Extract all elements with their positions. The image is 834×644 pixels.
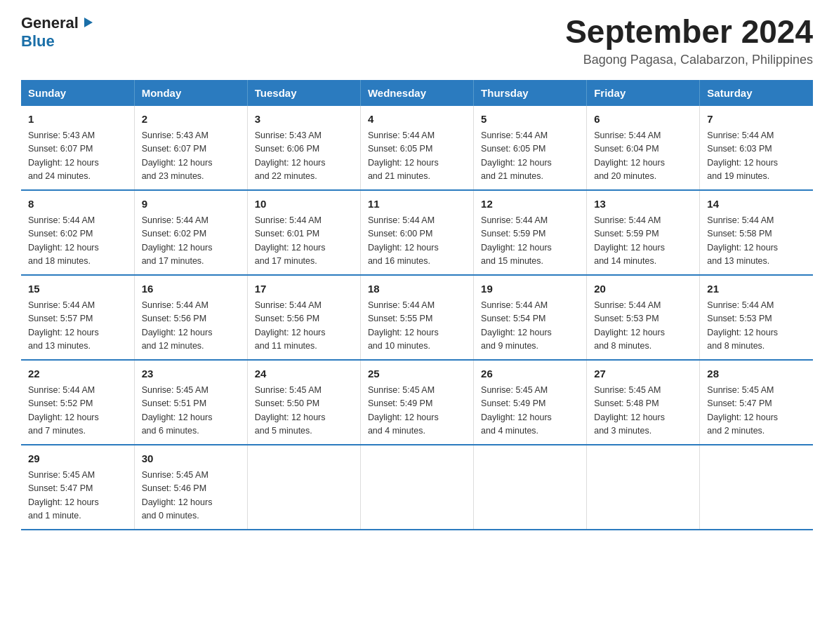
day-number: 28 [707, 366, 806, 382]
calendar-cell: 24 Sunrise: 5:45 AM Sunset: 5:50 PM Dayl… [247, 360, 360, 445]
calendar-week-5: 29 Sunrise: 5:45 AM Sunset: 5:47 PM Dayl… [21, 445, 813, 530]
calendar-cell: 29 Sunrise: 5:45 AM Sunset: 5:47 PM Dayl… [21, 445, 134, 530]
location: Bagong Pagasa, Calabarzon, Philippines [565, 53, 813, 67]
calendar-cell: 11 Sunrise: 5:44 AM Sunset: 6:00 PM Dayl… [360, 190, 473, 275]
title-section: September 2024 Bagong Pagasa, Calabarzon… [565, 14, 813, 67]
calendar-cell: 7 Sunrise: 5:44 AM Sunset: 6:03 PM Dayli… [700, 106, 813, 190]
day-info: Sunrise: 5:45 AM Sunset: 5:46 PM Dayligh… [142, 469, 240, 523]
day-number: 4 [368, 112, 466, 128]
day-info: Sunrise: 5:44 AM Sunset: 5:59 PM Dayligh… [481, 214, 579, 269]
calendar-week-3: 15 Sunrise: 5:44 AM Sunset: 5:57 PM Dayl… [21, 275, 813, 360]
header-friday: Friday [587, 80, 700, 106]
calendar-body: 1 Sunrise: 5:43 AM Sunset: 6:07 PM Dayli… [21, 106, 813, 530]
day-number: 3 [255, 112, 353, 128]
day-info: Sunrise: 5:45 AM Sunset: 5:49 PM Dayligh… [481, 384, 579, 438]
calendar-cell: 6 Sunrise: 5:44 AM Sunset: 6:04 PM Dayli… [587, 106, 700, 190]
calendar-cell: 9 Sunrise: 5:44 AM Sunset: 6:02 PM Dayli… [134, 190, 247, 275]
day-number: 8 [28, 196, 127, 213]
logo: General Blue [21, 14, 94, 51]
calendar-week-2: 8 Sunrise: 5:44 AM Sunset: 6:02 PM Dayli… [21, 190, 813, 275]
calendar-cell: 10 Sunrise: 5:44 AM Sunset: 6:01 PM Dayl… [247, 190, 360, 275]
day-number: 13 [594, 196, 692, 213]
day-number: 15 [28, 281, 127, 297]
day-number: 20 [594, 281, 692, 297]
day-number: 18 [368, 281, 466, 297]
day-info: Sunrise: 5:43 AM Sunset: 6:07 PM Dayligh… [142, 129, 240, 184]
day-info: Sunrise: 5:44 AM Sunset: 6:02 PM Dayligh… [28, 214, 127, 269]
day-info: Sunrise: 5:44 AM Sunset: 6:04 PM Dayligh… [594, 129, 692, 184]
day-info: Sunrise: 5:43 AM Sunset: 6:06 PM Dayligh… [255, 129, 353, 184]
day-number: 25 [368, 366, 466, 382]
day-number: 24 [255, 366, 353, 382]
header-thursday: Thursday [474, 80, 587, 106]
calendar-header: Sunday Monday Tuesday Wednesday Thursday… [21, 80, 813, 106]
day-info: Sunrise: 5:45 AM Sunset: 5:49 PM Dayligh… [368, 384, 466, 438]
day-info: Sunrise: 5:44 AM Sunset: 5:54 PM Dayligh… [481, 299, 579, 354]
logo-blue-text: Blue [21, 32, 55, 51]
day-info: Sunrise: 5:45 AM Sunset: 5:48 PM Dayligh… [594, 384, 692, 438]
calendar-cell: 14 Sunrise: 5:44 AM Sunset: 5:58 PM Dayl… [700, 190, 813, 275]
day-number: 9 [142, 196, 240, 213]
day-info: Sunrise: 5:45 AM Sunset: 5:51 PM Dayligh… [142, 384, 240, 438]
calendar-cell: 16 Sunrise: 5:44 AM Sunset: 5:56 PM Dayl… [134, 275, 247, 360]
header-monday: Monday [134, 80, 247, 106]
calendar-cell [474, 445, 587, 530]
calendar-cell: 19 Sunrise: 5:44 AM Sunset: 5:54 PM Dayl… [474, 275, 587, 360]
calendar-cell: 8 Sunrise: 5:44 AM Sunset: 6:02 PM Dayli… [21, 190, 134, 275]
calendar-cell [247, 445, 360, 530]
day-info: Sunrise: 5:44 AM Sunset: 5:53 PM Dayligh… [707, 299, 806, 354]
calendar-cell: 28 Sunrise: 5:45 AM Sunset: 5:47 PM Dayl… [700, 360, 813, 445]
day-info: Sunrise: 5:44 AM Sunset: 6:03 PM Dayligh… [707, 129, 806, 184]
day-number: 1 [28, 112, 127, 128]
calendar-cell [360, 445, 473, 530]
logo-general-text: General [21, 14, 79, 32]
header-row: Sunday Monday Tuesday Wednesday Thursday… [21, 80, 813, 106]
day-number: 26 [481, 366, 579, 382]
day-info: Sunrise: 5:43 AM Sunset: 6:07 PM Dayligh… [28, 129, 127, 184]
day-info: Sunrise: 5:45 AM Sunset: 5:50 PM Dayligh… [255, 384, 353, 438]
calendar-cell: 13 Sunrise: 5:44 AM Sunset: 5:59 PM Dayl… [587, 190, 700, 275]
calendar-week-1: 1 Sunrise: 5:43 AM Sunset: 6:07 PM Dayli… [21, 106, 813, 190]
day-info: Sunrise: 5:44 AM Sunset: 5:56 PM Dayligh… [142, 299, 240, 354]
day-number: 29 [28, 451, 127, 467]
day-number: 21 [707, 281, 806, 297]
day-info: Sunrise: 5:44 AM Sunset: 6:05 PM Dayligh… [481, 129, 579, 184]
calendar-cell: 25 Sunrise: 5:45 AM Sunset: 5:49 PM Dayl… [360, 360, 473, 445]
calendar-cell [587, 445, 700, 530]
day-number: 22 [28, 366, 127, 382]
day-info: Sunrise: 5:44 AM Sunset: 5:55 PM Dayligh… [368, 299, 466, 354]
day-number: 17 [255, 281, 353, 297]
day-info: Sunrise: 5:44 AM Sunset: 5:57 PM Dayligh… [28, 299, 127, 354]
day-info: Sunrise: 5:44 AM Sunset: 6:01 PM Dayligh… [255, 214, 353, 269]
calendar-cell: 2 Sunrise: 5:43 AM Sunset: 6:07 PM Dayli… [134, 106, 247, 190]
day-info: Sunrise: 5:44 AM Sunset: 5:52 PM Dayligh… [28, 384, 127, 438]
calendar-cell: 26 Sunrise: 5:45 AM Sunset: 5:49 PM Dayl… [474, 360, 587, 445]
calendar-cell: 27 Sunrise: 5:45 AM Sunset: 5:48 PM Dayl… [587, 360, 700, 445]
day-number: 16 [142, 281, 240, 297]
day-number: 5 [481, 112, 579, 128]
header-saturday: Saturday [700, 80, 813, 106]
day-info: Sunrise: 5:44 AM Sunset: 6:05 PM Dayligh… [368, 129, 466, 184]
calendar-cell: 12 Sunrise: 5:44 AM Sunset: 5:59 PM Dayl… [474, 190, 587, 275]
calendar-cell: 4 Sunrise: 5:44 AM Sunset: 6:05 PM Dayli… [360, 106, 473, 190]
logo-triangle-icon [81, 16, 94, 32]
day-info: Sunrise: 5:44 AM Sunset: 5:59 PM Dayligh… [594, 214, 692, 269]
day-info: Sunrise: 5:44 AM Sunset: 6:00 PM Dayligh… [368, 214, 466, 269]
day-number: 23 [142, 366, 240, 382]
svg-marker-0 [84, 18, 93, 27]
calendar-cell: 1 Sunrise: 5:43 AM Sunset: 6:07 PM Dayli… [21, 106, 134, 190]
calendar-week-4: 22 Sunrise: 5:44 AM Sunset: 5:52 PM Dayl… [21, 360, 813, 445]
day-number: 30 [142, 451, 240, 467]
day-number: 7 [707, 112, 806, 128]
calendar-table: Sunday Monday Tuesday Wednesday Thursday… [21, 80, 813, 530]
calendar-cell: 3 Sunrise: 5:43 AM Sunset: 6:06 PM Dayli… [247, 106, 360, 190]
day-number: 2 [142, 112, 240, 128]
header-tuesday: Tuesday [247, 80, 360, 106]
calendar-cell: 23 Sunrise: 5:45 AM Sunset: 5:51 PM Dayl… [134, 360, 247, 445]
day-number: 27 [594, 366, 692, 382]
header-sunday: Sunday [21, 80, 134, 106]
day-number: 12 [481, 196, 579, 213]
day-number: 19 [481, 281, 579, 297]
calendar-cell: 17 Sunrise: 5:44 AM Sunset: 5:56 PM Dayl… [247, 275, 360, 360]
calendar-cell: 18 Sunrise: 5:44 AM Sunset: 5:55 PM Dayl… [360, 275, 473, 360]
